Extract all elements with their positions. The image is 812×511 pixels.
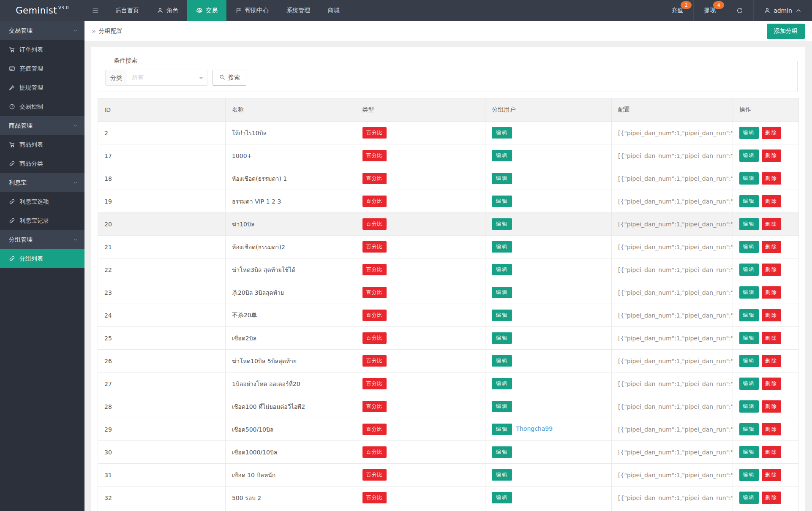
nav-item-menu-toggle[interactable] — [84, 0, 106, 21]
delete-row-button[interactable]: 删除 — [762, 127, 781, 139]
edit-row-button[interactable]: 编辑 — [739, 492, 759, 504]
delete-row-button[interactable]: 删除 — [762, 423, 781, 435]
edit-row-button[interactable]: 编辑 — [739, 127, 759, 139]
add-group-button[interactable]: 添加分组 — [767, 24, 805, 39]
cell-type: 百分比 — [356, 213, 485, 236]
edit-users-badge-button[interactable]: 编辑 — [492, 355, 512, 367]
edit-users-badge-button[interactable]: 编辑 — [492, 196, 512, 207]
delete-row-button[interactable]: 删除 — [762, 195, 781, 207]
delete-row-button[interactable]: 删除 — [762, 332, 781, 344]
sidebar-item-goods-category[interactable]: 商品分类 — [0, 154, 84, 173]
edit-users-badge-button[interactable]: 编辑 — [492, 446, 512, 458]
nav-item-home[interactable]: 后台首页 — [106, 0, 148, 21]
category-select[interactable]: 所有 — [127, 70, 207, 86]
delete-row-button[interactable]: 删除 — [762, 241, 781, 253]
cell-id: 31 — [98, 464, 226, 487]
cell-id: 25 — [98, 327, 226, 350]
delete-row-button[interactable]: 删除 — [762, 264, 781, 276]
edit-users-badge-button[interactable]: 编辑 — [492, 332, 512, 344]
chevron-down-icon — [73, 180, 78, 185]
delete-row-button[interactable]: 删除 — [762, 492, 781, 504]
edit-users-badge-button[interactable]: 编辑 — [492, 401, 512, 412]
search-row: 分类 所有 搜索 — [105, 70, 791, 86]
edit-row-button[interactable]: 编辑 — [739, 446, 759, 458]
nav-item-system[interactable]: 系统管理 — [278, 0, 319, 21]
nav-item-trade[interactable]: 交易 — [187, 0, 226, 21]
sidebar-item-interest-options[interactable]: 利息宝选项 — [0, 192, 84, 211]
edit-users-badge-button[interactable]: 编辑 — [492, 287, 512, 298]
edit-row-button[interactable]: 编辑 — [739, 195, 759, 207]
edit-users-badge-button[interactable]: 编辑 — [492, 469, 512, 481]
cell-id: 20 — [98, 213, 226, 236]
sidebar-item-interest-records[interactable]: 利息宝记录 — [0, 211, 84, 230]
edit-row-button[interactable]: 编辑 — [739, 355, 759, 367]
nav-right-account[interactable]: admin — [753, 0, 812, 21]
search-icon — [219, 74, 225, 82]
column-header: 名称 — [225, 98, 356, 122]
app-logo-version: V3.0 — [58, 5, 69, 10]
edit-row-button[interactable]: 编辑 — [739, 378, 759, 390]
nav-item-roles[interactable]: 角色 — [148, 0, 187, 21]
edit-users-badge-button[interactable]: 编辑 — [492, 492, 512, 503]
cell-id: 29 — [98, 418, 226, 441]
edit-row-button[interactable]: 编辑 — [739, 423, 759, 435]
delete-row-button[interactable]: 删除 — [762, 355, 781, 367]
search-button[interactable]: 搜索 — [213, 70, 246, 86]
edit-row-button[interactable]: 编辑 — [739, 286, 759, 299]
edit-users-badge-button[interactable]: 编辑 — [492, 310, 512, 321]
sidebar-item-order-list[interactable]: 订单列表 — [0, 40, 84, 59]
cell-users: 编辑 — [485, 464, 612, 487]
group-user-link[interactable]: Thongcha99 — [516, 425, 553, 432]
edit-users-badge-button[interactable]: 编辑 — [492, 150, 512, 161]
edit-row-button[interactable]: 编辑 — [739, 149, 759, 162]
cell-type: 百分比 — [356, 487, 485, 509]
cell-actions: 编辑删除 — [733, 395, 799, 418]
type-badge: 百分比 — [362, 287, 387, 298]
nav-right-refresh[interactable] — [726, 0, 753, 21]
sidebar-item-withdraw-mgmt[interactable]: 提现管理 — [0, 78, 84, 97]
delete-row-button[interactable]: 删除 — [762, 378, 781, 390]
edit-row-button[interactable]: 编辑 — [739, 332, 759, 344]
sidebar-item-recharge-mgmt[interactable]: 充值管理 — [0, 59, 84, 78]
sidebar-item-goods-list[interactable]: 商品列表 — [0, 135, 84, 154]
nav-right-withdraw[interactable]: 提现4 — [693, 0, 726, 21]
cell-name: ฆ่าโหด10บิล 5บิลสุดท้าย — [225, 350, 356, 372]
delete-row-button[interactable]: 删除 — [762, 172, 781, 185]
cell-users: 编辑 — [485, 350, 612, 372]
edit-users-badge-button[interactable]: 编辑 — [492, 241, 512, 253]
sidebar-section-header[interactable]: 利息宝 — [0, 173, 84, 192]
delete-row-button[interactable]: 删除 — [762, 400, 781, 413]
nav-right-recharge[interactable]: 充值2 — [661, 0, 693, 21]
delete-row-button[interactable]: 删除 — [762, 149, 781, 162]
nav-right: 充值2提现4admin — [661, 0, 812, 21]
edit-row-button[interactable]: 编辑 — [739, 469, 759, 481]
table-row: 29เชือด500/10บิล百分比编辑Thongcha99[{"pipei_… — [98, 418, 799, 441]
edit-row-button[interactable]: 编辑 — [739, 241, 759, 253]
delete-row-button[interactable]: 删除 — [762, 469, 781, 481]
sidebar-section-header[interactable]: 商品管理 — [0, 116, 84, 135]
edit-row-button[interactable]: 编辑 — [739, 172, 759, 185]
edit-users-badge-button[interactable]: 编辑 — [492, 378, 512, 389]
sidebar-section-header[interactable]: 分组管理 — [0, 230, 84, 249]
delete-row-button[interactable]: 删除 — [762, 218, 781, 230]
edit-users-badge-button[interactable]: 编辑 — [492, 218, 512, 230]
delete-row-button[interactable]: 删除 — [762, 286, 781, 299]
delete-row-button[interactable]: 删除 — [762, 309, 781, 321]
edit-row-button[interactable]: 编辑 — [739, 400, 759, 413]
edit-row-button[interactable]: 编辑 — [739, 309, 759, 321]
sidebar-item-group-list[interactable]: 分组列表 — [0, 249, 84, 268]
sidebar-item-trade-control[interactable]: 交易控制 — [0, 97, 84, 116]
edit-users-badge-button[interactable]: 编辑 — [492, 127, 512, 139]
edit-users-badge-button[interactable]: 编辑 — [492, 173, 512, 184]
edit-row-button[interactable]: 编辑 — [739, 264, 759, 276]
sidebar-section-header[interactable]: 交易管理 — [0, 21, 84, 40]
edit-users-badge-button[interactable]: 编辑 — [492, 424, 512, 435]
chevron-down-icon — [199, 77, 203, 79]
sidebar-section-title: 交易管理 — [9, 27, 73, 35]
edit-row-button[interactable]: 编辑 — [739, 218, 759, 230]
nav-menu: 后台首页角色交易帮助中心系统管理商城 — [84, 0, 661, 21]
nav-item-help-center[interactable]: 帮助中心 — [226, 0, 278, 21]
nav-item-mall[interactable]: 商城 — [319, 0, 349, 21]
delete-row-button[interactable]: 删除 — [762, 446, 781, 458]
edit-users-badge-button[interactable]: 编辑 — [492, 264, 512, 275]
